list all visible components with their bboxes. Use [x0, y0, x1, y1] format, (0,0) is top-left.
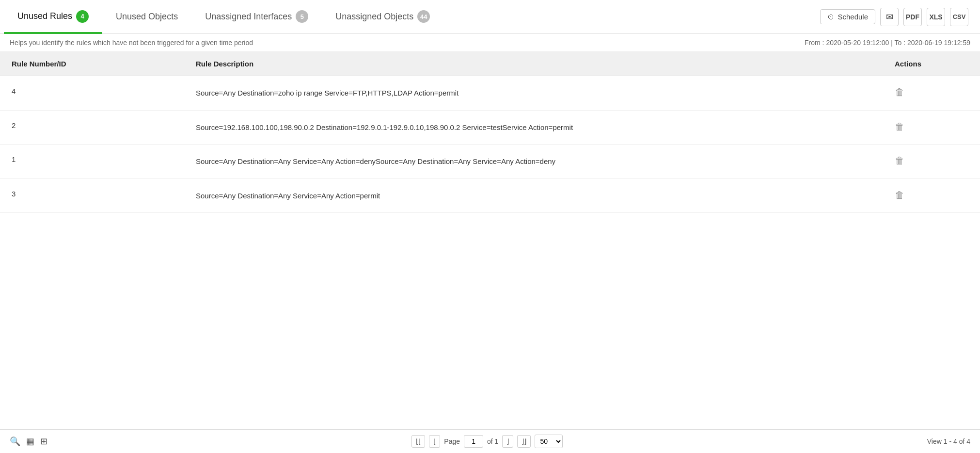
- pdf-button[interactable]: PDF: [903, 8, 922, 26]
- col-header-rule-number: Rule Number/ID: [0, 52, 184, 76]
- tab-unassigned-interfaces[interactable]: Unassigned Interfaces 5: [191, 0, 322, 34]
- csv-icon: CSV: [953, 13, 966, 20]
- info-bar: Helps you identify the rules which have …: [0, 34, 980, 52]
- tab-unassigned-interfaces-badge: 5: [296, 10, 308, 23]
- table-icon[interactable]: ⊞: [40, 436, 47, 447]
- cell-rule-number: 3: [0, 178, 184, 213]
- next-page-button[interactable]: ⌋: [502, 435, 513, 448]
- tab-unassigned-objects-badge: 44: [417, 10, 430, 23]
- tab-unused-objects-label: Unused Objects: [116, 12, 178, 22]
- delete-button[interactable]: 🗑: [895, 155, 904, 166]
- tab-unused-rules[interactable]: Unused Rules 4: [4, 0, 102, 34]
- col-header-actions: Actions: [883, 52, 980, 76]
- cell-actions: 🗑: [883, 145, 980, 179]
- rules-table: Rule Number/ID Rule Description Actions …: [0, 52, 980, 213]
- tab-unassigned-objects-label: Unassigned Objects: [335, 12, 413, 22]
- table-row: 4Source=Any Destination=zoho ip range Se…: [0, 76, 980, 111]
- page-number-input[interactable]: [464, 435, 483, 448]
- delete-button[interactable]: 🗑: [895, 87, 904, 97]
- xls-button[interactable]: XLS: [927, 8, 945, 26]
- page-size-select[interactable]: 50 25 100: [535, 435, 563, 448]
- table-row: 2Source=192.168.100.100,198.90.0.2 Desti…: [0, 110, 980, 145]
- clock-icon: ⏲: [827, 13, 835, 21]
- info-date-range: From : 2020-05-20 19:12:00 | To : 2020-0…: [805, 39, 970, 47]
- footer: 🔍 ▦ ⊞ ⌊⌊ ⌊ Page of 1 ⌋ ⌋⌋ 50 25 100 View…: [0, 429, 980, 453]
- email-button[interactable]: ✉: [880, 8, 899, 26]
- email-icon: ✉: [886, 12, 893, 22]
- footer-left: 🔍 ▦ ⊞: [10, 436, 47, 447]
- toolbar-actions: ⏲ Schedule ✉ PDF XLS CSV: [812, 0, 976, 33]
- delete-button[interactable]: 🗑: [895, 121, 904, 132]
- cell-rule-description: Source=Any Destination=Any Service=Any A…: [184, 178, 883, 213]
- last-page-button[interactable]: ⌋⌋: [517, 435, 531, 448]
- info-description: Helps you identify the rules which have …: [10, 39, 253, 47]
- footer-center: ⌊⌊ ⌊ Page of 1 ⌋ ⌋⌋ 50 25 100: [47, 435, 927, 448]
- tabs-bar: Unused Rules 4 Unused Objects Unassigned…: [0, 0, 980, 34]
- page-of-label: of 1: [487, 437, 498, 445]
- cell-rule-description: Source=Any Destination=Any Service=Any A…: [184, 145, 883, 179]
- delete-button[interactable]: 🗑: [895, 190, 904, 200]
- tab-unassigned-objects[interactable]: Unassigned Objects 44: [322, 0, 443, 34]
- cell-rule-number: 2: [0, 110, 184, 145]
- schedule-button[interactable]: ⏲ Schedule: [820, 9, 875, 24]
- search-icon[interactable]: 🔍: [10, 436, 20, 447]
- cell-actions: 🗑: [883, 76, 980, 111]
- tab-unused-rules-badge: 4: [76, 10, 89, 23]
- footer-view-range: View 1 - 4 of 4: [927, 437, 970, 445]
- csv-button[interactable]: CSV: [950, 8, 968, 26]
- tab-unused-objects[interactable]: Unused Objects: [102, 0, 191, 34]
- xls-icon: XLS: [929, 13, 942, 21]
- grid-icon[interactable]: ▦: [26, 436, 34, 447]
- tab-unassigned-interfaces-label: Unassigned Interfaces: [205, 12, 292, 22]
- table-row: 1Source=Any Destination=Any Service=Any …: [0, 145, 980, 179]
- schedule-label: Schedule: [838, 13, 868, 21]
- first-page-button[interactable]: ⌊⌊: [411, 435, 425, 448]
- tab-unused-rules-label: Unused Rules: [17, 11, 72, 21]
- col-header-rule-description: Rule Description: [184, 52, 883, 76]
- cell-rule-description: Source=192.168.100.100,198.90.0.2 Destin…: [184, 110, 883, 145]
- table-row: 3Source=Any Destination=Any Service=Any …: [0, 178, 980, 213]
- cell-rule-number: 1: [0, 145, 184, 179]
- cell-rule-description: Source=Any Destination=zoho ip range Ser…: [184, 76, 883, 111]
- cell-rule-number: 4: [0, 76, 184, 111]
- cell-actions: 🗑: [883, 178, 980, 213]
- table-header-row: Rule Number/ID Rule Description Actions: [0, 52, 980, 76]
- pdf-icon: PDF: [906, 13, 919, 21]
- table-container: Rule Number/ID Rule Description Actions …: [0, 52, 980, 213]
- page-label: Page: [444, 437, 460, 445]
- prev-page-button[interactable]: ⌊: [429, 435, 440, 448]
- cell-actions: 🗑: [883, 110, 980, 145]
